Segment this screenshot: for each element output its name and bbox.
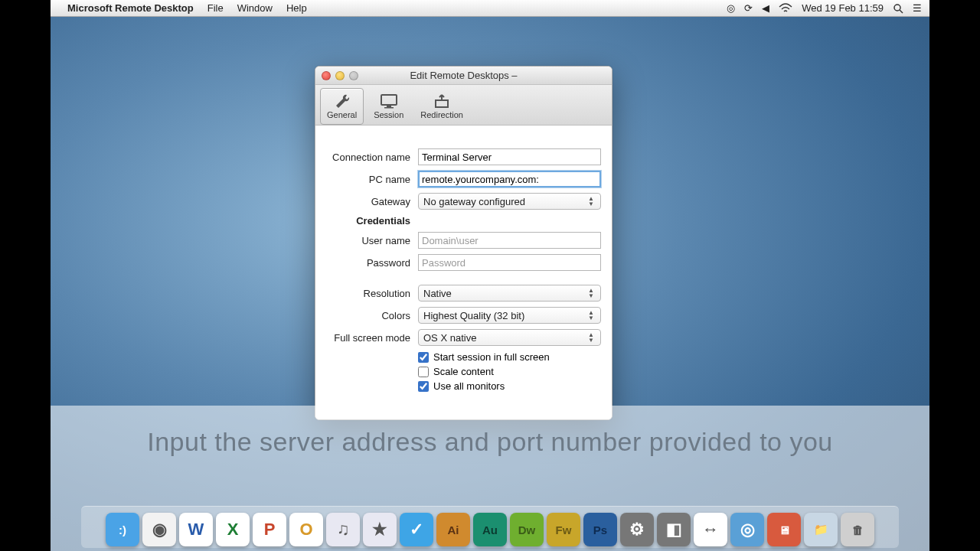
tab-general-label: General	[327, 110, 357, 119]
tab-session[interactable]: Session	[367, 88, 410, 125]
redirection-icon	[431, 92, 452, 110]
pc-name-label: PC name	[326, 174, 418, 185]
dock-mail-icon[interactable]: ✓	[400, 513, 433, 546]
dock-chrome-icon[interactable]: ◉	[142, 513, 176, 546]
tab-redirection-label: Redirection	[420, 110, 463, 119]
dock-outlook-icon[interactable]: O	[289, 513, 323, 546]
dock-imovie-icon[interactable]: ★	[363, 513, 397, 546]
gateway-value: No gateway configured	[423, 196, 525, 207]
menu-help[interactable]: Help	[286, 2, 307, 14]
gateway-select[interactable]: No gateway configured ▲▼	[418, 193, 601, 210]
status-volume-icon[interactable]: ◀	[762, 2, 769, 14]
resolution-label: Resolution	[326, 288, 418, 299]
dock: :)◉WXPO♫★✓AiAuDwFwPs⚙◧↔◎🖥📁🗑	[51, 499, 929, 551]
use-all-monitors-label: Use all monitors	[433, 380, 505, 392]
credentials-heading: Credentials	[326, 215, 418, 227]
caption-text: Input the server address and port number…	[147, 427, 833, 457]
colors-label: Colors	[326, 310, 418, 321]
connection-name-label: Connection name	[326, 152, 418, 163]
dock-powerpoint-icon[interactable]: P	[253, 513, 286, 546]
dock-finder-icon[interactable]: :)	[106, 513, 139, 546]
titlebar[interactable]: Edit Remote Desktops –	[315, 67, 612, 85]
chevron-updown-icon: ▲▼	[585, 331, 597, 344]
svg-point-0	[894, 5, 900, 11]
dock-word-icon[interactable]: W	[179, 513, 213, 546]
resolution-select[interactable]: Native ▲▼	[418, 285, 601, 302]
desktop: Microsoft Remote Desktop File Window Hel…	[51, 0, 929, 551]
fullscreen-mode-value: OS X native	[423, 332, 476, 344]
tab-general[interactable]: General	[320, 88, 364, 125]
scale-content-checkbox[interactable]: Scale content	[418, 366, 601, 377]
dock-safari-icon[interactable]: ◎	[730, 513, 764, 546]
status-datetime[interactable]: Wed 19 Feb 11:59	[802, 2, 884, 14]
dock-fireworks-icon[interactable]: Fw	[547, 513, 580, 546]
menubar: Microsoft Remote Desktop File Window Hel…	[51, 0, 929, 17]
menu-window[interactable]: Window	[237, 2, 273, 14]
dock-cube-icon[interactable]: ◧	[657, 513, 691, 546]
dock-folder-icon[interactable]: 📁	[804, 513, 838, 546]
window-title: Edit Remote Desktops –	[315, 70, 612, 81]
use-all-monitors-checkbox[interactable]: Use all monitors	[418, 380, 601, 392]
chevron-updown-icon: ▲▼	[585, 287, 597, 299]
dock-teamviewer-icon[interactable]: ↔	[694, 513, 727, 546]
user-name-label: User name	[326, 235, 418, 246]
toolbar: General Session Redirection	[315, 85, 612, 126]
fullscreen-mode-label: Full screen mode	[326, 332, 418, 344]
menu-file[interactable]: File	[207, 2, 224, 14]
colors-select[interactable]: Highest Quality (32 bit) ▲▼	[418, 307, 601, 324]
start-fullscreen-label: Start session in full screen	[433, 351, 550, 363]
svg-rect-4	[384, 107, 394, 109]
app-name[interactable]: Microsoft Remote Desktop	[67, 2, 194, 14]
user-name-input[interactable]	[418, 232, 601, 249]
notification-center-icon[interactable]: ☰	[913, 2, 922, 14]
wrench-icon	[332, 92, 353, 110]
svg-rect-3	[387, 106, 391, 107]
scale-content-label: Scale content	[433, 366, 494, 377]
chevron-updown-icon: ▲▼	[585, 195, 597, 207]
dock-remote-desktop-icon[interactable]: 🖥	[767, 513, 801, 546]
edit-remote-desktops-window: Edit Remote Desktops – General Session R…	[315, 66, 612, 420]
dock-photoshop-icon[interactable]: Ps	[583, 513, 617, 546]
connection-name-input[interactable]	[418, 148, 601, 165]
resolution-value: Native	[423, 288, 452, 299]
dock-trash-icon[interactable]: 🗑	[841, 513, 874, 546]
pc-name-input[interactable]	[418, 171, 601, 187]
dock-settings-icon[interactable]: ⚙	[620, 513, 654, 546]
dock-illustrator-icon[interactable]: Ai	[436, 513, 470, 546]
dock-dreamweaver-icon[interactable]: Dw	[510, 513, 544, 546]
colors-value: Highest Quality (32 bit)	[423, 310, 524, 321]
tab-redirection[interactable]: Redirection	[413, 88, 470, 125]
dock-itunes-icon[interactable]: ♫	[326, 513, 360, 546]
fullscreen-mode-select[interactable]: OS X native ▲▼	[418, 329, 601, 346]
tab-session-label: Session	[374, 110, 403, 119]
dock-excel-icon[interactable]: X	[216, 513, 250, 546]
monitor-icon	[378, 92, 400, 110]
gateway-label: Gateway	[326, 196, 418, 207]
general-form: Connection name PC name Gateway No gatew…	[315, 126, 612, 419]
chevron-updown-icon: ▲▼	[585, 309, 597, 321]
svg-rect-2	[381, 95, 397, 105]
password-label: Password	[326, 257, 418, 269]
status-sync-icon[interactable]: ⟳	[744, 2, 753, 14]
dock-audition-icon[interactable]: Au	[473, 513, 507, 546]
start-fullscreen-checkbox[interactable]: Start session in full screen	[418, 351, 601, 363]
password-input[interactable]	[418, 254, 601, 271]
spotlight-icon[interactable]	[893, 3, 903, 14]
status-eye-icon[interactable]: ◎	[727, 2, 735, 14]
status-wifi-icon[interactable]	[779, 3, 792, 14]
svg-rect-5	[436, 100, 448, 107]
svg-line-1	[900, 10, 903, 13]
